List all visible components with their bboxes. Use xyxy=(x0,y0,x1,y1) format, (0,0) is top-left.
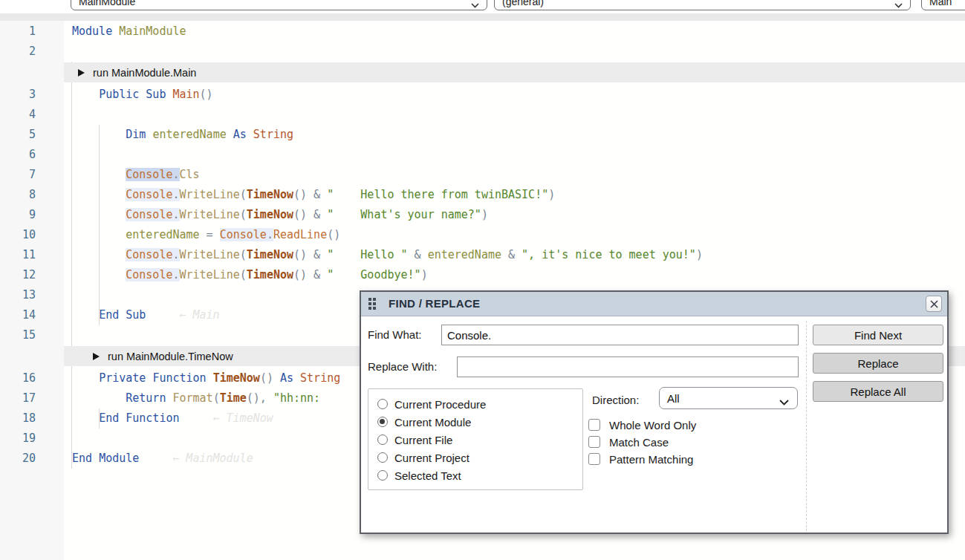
code-token: enteredName xyxy=(428,248,501,261)
dialog-body: Find What: Replace With: Find Next Repla… xyxy=(361,316,947,533)
radio-label: Current File xyxy=(394,434,452,446)
code-line-text[interactable]: Public Sub Main() xyxy=(64,88,213,101)
line-number: 3 xyxy=(0,88,64,101)
code-token: End xyxy=(99,411,119,425)
section-dropdown[interactable]: (general) xyxy=(494,0,911,10)
code-line-text[interactable]: Console.Cls xyxy=(64,168,200,181)
code-token: End xyxy=(99,308,119,322)
radio-icon xyxy=(377,452,388,463)
line-number: 10 xyxy=(0,228,64,241)
line-number: 1 xyxy=(0,25,64,38)
code-token: () xyxy=(327,228,340,241)
run-codelens-bar[interactable]: run MainModule.Main xyxy=(64,62,965,82)
editor-header-bar: MainModule (general) Main xyxy=(0,0,965,13)
code-token: () & xyxy=(293,268,327,281)
code-token: Function xyxy=(126,411,179,425)
radio-icon xyxy=(377,470,388,481)
radio-current-procedure[interactable]: Current Procedure xyxy=(377,395,582,413)
code-line-text[interactable]: Private Function TimeNow() As String xyxy=(64,371,340,385)
code-token: As xyxy=(233,128,247,141)
code-token: Module xyxy=(99,452,139,465)
code-line-text[interactable]: End Module← MainModule xyxy=(64,452,253,465)
code-line-text[interactable]: Console.WriteLine(TimeNow() & " Goodbye!… xyxy=(64,268,428,281)
close-button[interactable] xyxy=(926,296,942,312)
search-match: . xyxy=(172,188,179,201)
code-token: ← TimeNow xyxy=(213,411,273,425)
radio-selected-text[interactable]: Selected Text xyxy=(377,466,582,484)
direction-dropdown[interactable]: All xyxy=(659,387,798,409)
code-token xyxy=(227,128,233,141)
direction-label: Direction: xyxy=(592,391,639,409)
section-dropdown-value: (general) xyxy=(502,0,544,7)
code-line-text[interactable]: Console.WriteLine(TimeNow() & " Hello " … xyxy=(64,248,703,261)
find-replace-dialog: FIND / REPLACE Find What: Replace With: … xyxy=(360,290,949,534)
member-dropdown[interactable]: Main xyxy=(921,0,965,10)
replace-button[interactable]: Replace xyxy=(813,353,943,374)
radio-label: Current Project xyxy=(394,452,469,464)
code-token: Sub xyxy=(146,88,166,101)
replace-with-label: Replace With: xyxy=(368,360,437,373)
radio-icon xyxy=(377,434,388,445)
code-token xyxy=(72,88,99,101)
checkbox-pattern-matching[interactable]: Pattern Matching xyxy=(588,450,693,468)
line-number: 18 xyxy=(0,411,64,425)
find-next-button[interactable]: Find Next xyxy=(813,325,943,345)
run-codelens-label: run MainModule.TimeNow xyxy=(108,351,233,362)
checkbox-icon xyxy=(588,453,600,465)
line-number: 2 xyxy=(0,45,64,58)
search-match: . xyxy=(172,268,179,281)
code-token xyxy=(72,228,126,241)
twinbasic-ide: MainModule (general) Main 1Module MainMo… xyxy=(0,0,965,560)
code-token: " What's your name?" xyxy=(327,208,481,221)
search-match: . xyxy=(172,208,179,221)
code-token: Public xyxy=(99,88,139,101)
code-token: ( xyxy=(240,268,247,281)
dialog-separator xyxy=(806,321,807,531)
code-token: (), xyxy=(247,391,273,405)
code-line-text[interactable]: End Sub← Main xyxy=(64,308,220,322)
find-what-label: Find What: xyxy=(368,328,422,341)
find-what-input[interactable] xyxy=(441,325,799,345)
code-line-text[interactable]: enteredName = Console.ReadLine() xyxy=(64,228,340,241)
code-token: & xyxy=(501,248,522,261)
line-number: 5 xyxy=(0,128,64,141)
code-token xyxy=(72,248,126,261)
run-main-codelens[interactable]: run MainModule.Main xyxy=(0,61,965,84)
line-number: 7 xyxy=(0,168,64,181)
code-token: TimeNow xyxy=(247,188,293,201)
radio-current-file[interactable]: Current File xyxy=(377,431,582,449)
code-token xyxy=(273,371,280,385)
replace-all-button[interactable]: Replace All xyxy=(813,381,943,402)
direction-dropdown-value: All xyxy=(667,392,680,405)
radio-selected-icon xyxy=(377,417,388,427)
code-line-text[interactable]: End Function← TimeNow xyxy=(64,411,273,425)
code-token: MainModule xyxy=(119,25,186,38)
code-token xyxy=(247,128,253,141)
drag-handle-icon[interactable] xyxy=(368,298,376,310)
replace-with-input[interactable] xyxy=(457,356,799,377)
checkbox-whole-word-only[interactable]: Whole Word Only xyxy=(588,416,696,434)
code-line: 8 Console.WriteLine(TimeNow() & " Hello … xyxy=(0,184,965,204)
search-scope-group: Current Procedure Current Module Current… xyxy=(368,388,583,490)
code-token: " Hello " xyxy=(327,248,407,261)
code-token: () xyxy=(200,88,213,101)
code-line-text[interactable]: Console.WriteLine(TimeNow() & " What's y… xyxy=(64,208,488,221)
code-line-text[interactable]: Console.WriteLine(TimeNow() & " Hello th… xyxy=(64,188,555,201)
code-token: ( xyxy=(240,208,247,221)
code-token xyxy=(72,308,99,322)
search-match: Console xyxy=(126,268,172,281)
code-token: Function xyxy=(152,371,206,385)
code-token: () xyxy=(260,371,273,385)
radio-current-module[interactable]: Current Module xyxy=(377,413,582,431)
code-token xyxy=(72,168,126,181)
checkbox-match-case[interactable]: Match Case xyxy=(588,433,669,451)
code-token: ) xyxy=(481,208,488,221)
code-line-text[interactable]: Module MainModule xyxy=(64,25,186,38)
code-token: ) xyxy=(421,268,428,281)
code-line-text[interactable]: Dim enteredName As String xyxy=(64,128,293,141)
module-dropdown[interactable]: MainModule xyxy=(71,0,487,10)
radio-current-project[interactable]: Current Project xyxy=(377,449,582,466)
run-codelens-label: run MainModule.Main xyxy=(93,67,196,79)
code-line-text[interactable]: Return Format(Time(), "hh:nn: xyxy=(64,391,320,405)
code-token: TimeNow xyxy=(247,248,293,261)
